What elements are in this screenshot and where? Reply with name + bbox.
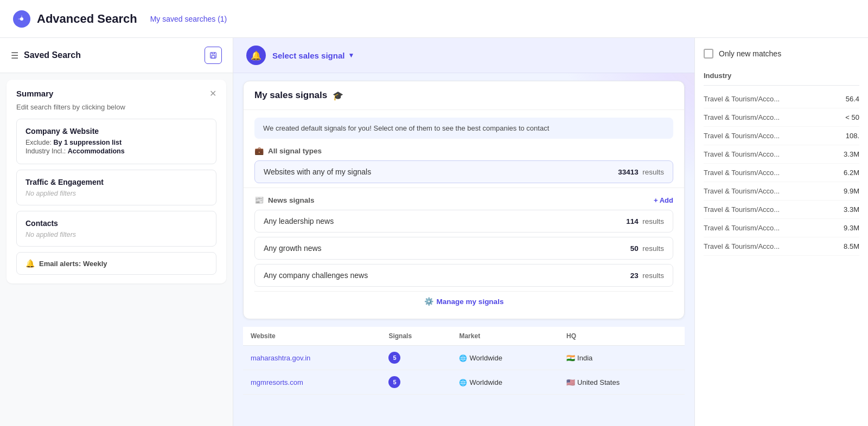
industry-value: 6.2M <box>844 169 859 177</box>
sidebar: ☰ Saved Search Summary ✕ Edit search fil… <box>0 38 233 426</box>
industry-value: Accommodations <box>68 147 125 155</box>
app-icon <box>13 10 30 28</box>
only-new-matches-checkbox[interactable] <box>704 49 713 59</box>
industry-row: Travel & Tourism/Acco... 3.3M <box>704 145 859 164</box>
globe-icon: 🌐 <box>459 354 467 362</box>
info-banner: We created default signals for you! Sele… <box>254 118 673 139</box>
email-alerts-text: Email alerts: Weekly <box>39 260 107 268</box>
industry-row: Travel & Tourism/Acco... 56.4 <box>704 90 859 108</box>
svg-rect-2 <box>212 56 215 59</box>
main-content: 🔔 Select sales signal ▼ My sales signals… <box>233 38 694 426</box>
leadership-news-results: 114 results <box>626 217 664 225</box>
manage-signals-button[interactable]: ⚙️ Manage my signals <box>254 291 673 311</box>
challenges-news-results: 23 results <box>630 272 664 280</box>
industry-detail: Industry Incl.: Accommodations <box>25 147 207 155</box>
col-hq: HQ <box>559 327 685 346</box>
news-signals-label: News signals <box>268 196 315 204</box>
cell-signals: 5 <box>381 370 451 395</box>
all-signals-row[interactable]: Websites with any of my signals 33413 re… <box>254 160 673 183</box>
summary-subtitle: Edit search filters by clicking below <box>16 103 216 111</box>
signals-panel-title: My sales signals <box>254 90 327 101</box>
cell-hq: 🇮🇳India <box>559 346 685 370</box>
news-signals-header: 📰 News signals + Add <box>254 196 673 204</box>
signals-panel: My sales signals 🎓 We created default si… <box>243 81 685 319</box>
industry-row: Travel & Tourism/Acco... 8.5M <box>704 237 859 256</box>
app-title: Advanced Search <box>37 12 137 26</box>
contacts-filter-card[interactable]: Contacts No applied filters <box>16 211 216 247</box>
challenges-news-name: Any company challenges news <box>264 271 368 280</box>
industry-value: 9.9M <box>844 187 859 195</box>
sidebar-header: ☰ Saved Search <box>0 38 233 73</box>
add-news-signal-button[interactable]: + Add <box>654 196 673 204</box>
save-search-button[interactable] <box>205 47 222 64</box>
industry-row: Travel & Tourism/Acco... < 50 <box>704 108 859 127</box>
manage-signals-label: Manage my signals <box>437 298 504 306</box>
growth-news-results: 50 results <box>630 244 664 253</box>
saved-searches-link[interactable]: My saved searches (1) <box>150 15 227 23</box>
industry-value: 56.4 <box>846 95 859 103</box>
summary-title: Summary <box>16 89 53 98</box>
right-panel: Only new matches Industry Travel & Touri… <box>694 38 868 426</box>
industry-name: Travel & Tourism/Acco... <box>704 132 841 140</box>
industry-row: Travel & Tourism/Acco... 3.3M <box>704 201 859 219</box>
leadership-news-name: Any leadership news <box>264 217 334 225</box>
email-alerts-card[interactable]: 🔔 Email alerts: Weekly <box>16 252 216 275</box>
table-row[interactable]: maharashtra.gov.in 5 🌐Worldwide 🇮🇳India <box>243 346 685 370</box>
industry-name: Travel & Tourism/Acco... <box>704 205 839 214</box>
industry-name: Travel & Tourism/Acco... <box>704 242 839 250</box>
website-link[interactable]: maharashtra.gov.in <box>251 354 310 362</box>
contacts-no-filters: No applied filters <box>25 231 207 238</box>
news-icon: 📰 <box>254 196 264 204</box>
chevron-down-icon: ▼ <box>348 51 354 59</box>
company-website-filter-card[interactable]: Company & Website Exclude: By 1 suppress… <box>16 119 216 164</box>
traffic-engagement-filter-card[interactable]: Traffic & Engagement No applied filters <box>16 170 216 205</box>
growth-news-name: Any growth news <box>264 244 322 253</box>
growth-news-row[interactable]: Any growth news 50 results <box>254 237 673 260</box>
industry-value: 8.5M <box>844 242 859 250</box>
challenges-news-row[interactable]: Any company challenges news 23 results <box>254 264 673 287</box>
cell-website[interactable]: mgmresorts.com <box>243 370 381 395</box>
industry-value: < 50 <box>845 113 859 121</box>
close-button[interactable]: ✕ <box>209 88 216 99</box>
all-signals-name: Websites with any of my signals <box>264 167 371 176</box>
all-signal-types-header: 💼 All signal types <box>254 146 673 155</box>
col-website: Website <box>243 327 381 346</box>
gear-icon: ⚙️ <box>424 297 433 306</box>
globe-icon: 🌐 <box>459 379 467 386</box>
results-area: Website Signals Market HQ maharashtra.go… <box>233 327 694 426</box>
industry-row: Travel & Tourism/Acco... 108. <box>704 127 859 145</box>
all-signal-types-section: 💼 All signal types Websites with any of … <box>244 146 684 183</box>
industry-name: Travel & Tourism/Acco... <box>704 113 841 121</box>
table-row[interactable]: mgmresorts.com 5 🌐Worldwide 🇺🇸United Sta… <box>243 370 685 395</box>
sidebar-header-left: ☰ Saved Search <box>11 50 81 61</box>
cell-market: 🌐Worldwide <box>451 370 559 395</box>
signal-bar[interactable]: 🔔 Select sales signal ▼ <box>233 38 694 73</box>
exclude-value: By 1 suppression list <box>53 139 122 146</box>
all-signals-results: 33413 results <box>618 168 664 176</box>
signals-badge: 5 <box>388 352 400 364</box>
leadership-news-row[interactable]: Any leadership news 114 results <box>254 210 673 233</box>
industry-name: Travel & Tourism/Acco... <box>704 150 839 158</box>
col-signals: Signals <box>381 327 451 346</box>
signal-icon: 🔔 <box>246 46 266 65</box>
industry-value: 9.3M <box>844 224 859 232</box>
website-link[interactable]: mgmresorts.com <box>251 378 303 386</box>
hamburger-icon: ☰ <box>11 50 18 61</box>
only-new-matches-container: Only new matches <box>704 49 859 59</box>
all-signal-types-label: All signal types <box>268 147 322 155</box>
flag-icon: 🇮🇳 <box>566 354 575 362</box>
signal-select-text[interactable]: Select sales signal <box>272 51 344 60</box>
industry-row: Travel & Tourism/Acco... 9.3M <box>704 219 859 237</box>
industry-value: 3.3M <box>844 150 859 158</box>
main-layout: ☰ Saved Search Summary ✕ Edit search fil… <box>0 38 868 426</box>
industry-name: Travel & Tourism/Acco... <box>704 224 839 232</box>
industry-value: 108. <box>846 132 859 140</box>
flag-icon: 🇺🇸 <box>566 378 575 386</box>
exclude-detail: Exclude: By 1 suppression list <box>25 139 207 146</box>
summary-header: Summary ✕ <box>16 88 216 99</box>
cell-website[interactable]: maharashtra.gov.in <box>243 346 381 370</box>
industry-row: Travel & Tourism/Acco... 6.2M <box>704 164 859 182</box>
industry-col-header: Industry <box>704 72 859 86</box>
industry-name: Travel & Tourism/Acco... <box>704 169 839 177</box>
industry-name: Travel & Tourism/Acco... <box>704 187 839 195</box>
